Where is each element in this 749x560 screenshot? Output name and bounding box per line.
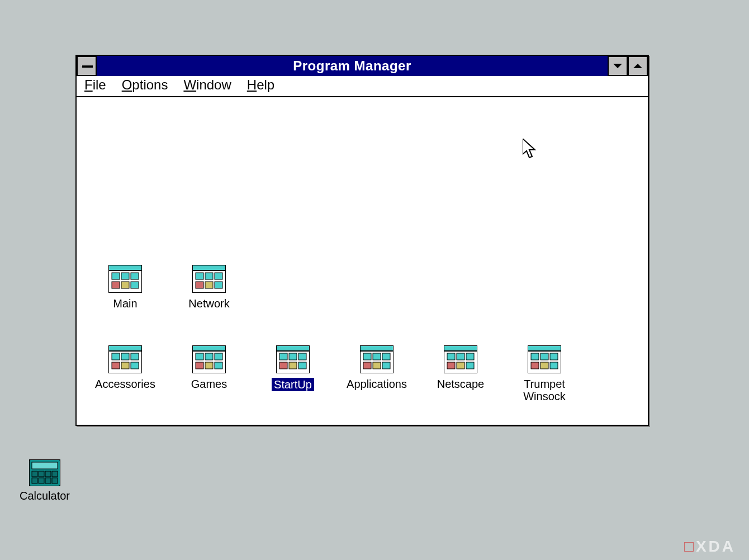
desktop-icon-calculator[interactable]: Calculator (11, 459, 78, 502)
group-label: Trumpet Winsock (523, 378, 566, 402)
program-group-icon (276, 345, 310, 373)
program-group-icon (528, 345, 561, 373)
menu-help[interactable]: Help (247, 77, 274, 93)
menu-window[interactable]: Window (183, 77, 231, 93)
menubar: File Options Window Help (77, 76, 648, 97)
chevron-down-icon (613, 64, 622, 68)
chevron-up-icon (633, 64, 642, 68)
group-games[interactable]: Games (167, 345, 251, 390)
menu-options[interactable]: Options (122, 77, 168, 93)
client-area: Main Network Accessories Games StartUp A… (77, 97, 648, 425)
program-group-icon (108, 345, 142, 373)
program-group-icon (108, 265, 142, 293)
group-label: Network (188, 297, 229, 310)
group-label: Applications (347, 378, 407, 390)
minimize-button[interactable] (608, 56, 628, 76)
desktop-icon-label: Calculator (20, 490, 70, 502)
group-label: Accessories (95, 378, 155, 390)
group-label: Netscape (437, 378, 485, 390)
group-startup[interactable]: StartUp (251, 345, 335, 391)
program-group-icon (192, 265, 226, 293)
group-label: StartUp (272, 378, 314, 391)
group-accessories[interactable]: Accessories (83, 345, 167, 390)
calculator-icon (29, 459, 60, 486)
group-netscape[interactable]: Netscape (419, 345, 503, 390)
group-label: Games (191, 378, 227, 390)
program-manager-window: Program Manager File Options Window Help… (75, 55, 649, 426)
group-trumpet-winsock[interactable]: Trumpet Winsock (503, 345, 586, 402)
system-menu-button[interactable] (77, 56, 97, 76)
program-group-icon (444, 345, 477, 373)
menu-file[interactable]: File (84, 77, 106, 93)
group-applications[interactable]: Applications (335, 345, 419, 390)
maximize-button[interactable] (628, 56, 648, 76)
system-menu-icon (81, 65, 93, 68)
titlebar[interactable]: Program Manager (77, 56, 648, 76)
program-group-icon (360, 345, 394, 373)
group-label: Main (113, 297, 137, 310)
window-title: Program Manager (97, 56, 608, 76)
program-group-icon (192, 345, 226, 373)
group-network[interactable]: Network (167, 265, 251, 310)
watermark: □XDA (684, 538, 736, 556)
group-main[interactable]: Main (83, 265, 167, 310)
